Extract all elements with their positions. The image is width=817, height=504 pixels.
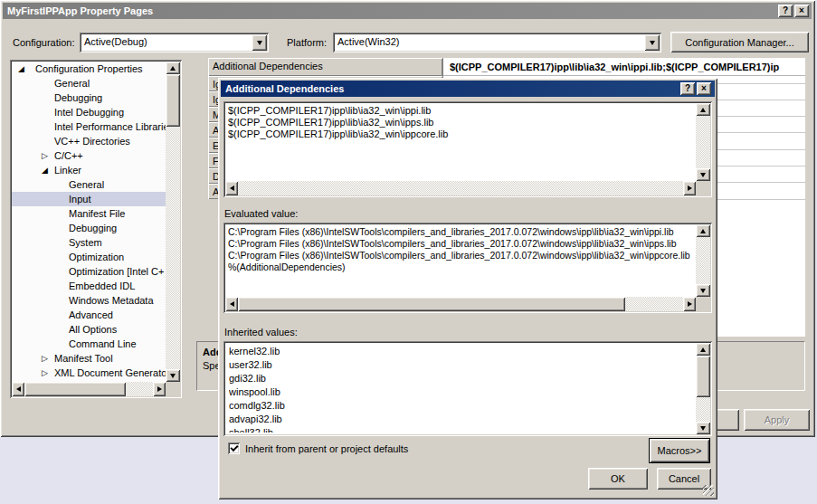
tree-item-configuration-properties[interactable]: ◢Configuration Properties — [12, 62, 166, 76]
inherited-values-list[interactable]: kernel32.lib user32.lib gdi32.lib winspo… — [223, 341, 712, 436]
close-icon[interactable]: × — [697, 82, 711, 95]
dialog-title: Additional Dependencies — [225, 83, 680, 94]
evaluated-vertical-scrollbar[interactable] — [696, 224, 710, 297]
property-value-additional-dependencies[interactable]: $(ICPP_COMPILER17)ipp\lib\ia32_win\ippi.… — [443, 58, 805, 76]
tree-item-debugging[interactable]: Debugging — [12, 90, 166, 105]
tree-collapsed-icon[interactable]: ▷ — [42, 351, 48, 366]
chevron-down-icon[interactable] — [252, 34, 267, 51]
tree-expanded-icon[interactable]: ◢ — [18, 62, 24, 76]
tree-item-linker-debugging[interactable]: Debugging — [12, 221, 166, 235]
inherited-vertical-scrollbar[interactable] — [696, 343, 710, 434]
help-icon[interactable]: ? — [778, 5, 793, 17]
apply-button[interactable]: Apply — [744, 409, 810, 431]
tree-item-command-line[interactable]: Command Line — [12, 337, 166, 351]
list-item[interactable]: winspool.lib — [229, 385, 694, 399]
scroll-up-icon[interactable] — [166, 62, 180, 74]
scroll-right-icon[interactable] — [153, 382, 166, 396]
list-item[interactable]: shell32.lib — [229, 426, 694, 433]
scroll-left-icon[interactable] — [12, 382, 24, 396]
evaluated-value-box[interactable]: C:\Program Files (x86)\IntelSWTools\comp… — [223, 223, 712, 313]
scroll-down-icon[interactable] — [166, 369, 180, 382]
scrollbar-thumb[interactable] — [166, 74, 180, 127]
inherit-defaults-label: Inherit from parent or project defaults — [245, 443, 408, 454]
tree-item-general[interactable]: General — [12, 76, 166, 90]
platform-label: Platform: — [287, 37, 327, 48]
tree-item-embedded-idl[interactable]: Embedded IDL — [12, 279, 166, 293]
scrollbar-corner — [696, 181, 710, 195]
dependencies-edit-text[interactable]: $(ICPP_COMPILER17)ipp\lib\ia32_win\ippi.… — [228, 105, 694, 179]
tree-item-manifest-file[interactable]: Manifest File — [12, 206, 166, 221]
tree-vertical-scrollbar[interactable] — [166, 62, 180, 382]
main-titlebar[interactable]: MyFirstIPPApp Property Pages ? × — [3, 3, 812, 19]
scrollbar-thumb[interactable] — [24, 382, 126, 396]
tree-item-linker-general[interactable]: General — [12, 177, 166, 192]
scrollbar-thumb[interactable] — [238, 297, 625, 311]
tree-item-linker-input[interactable]: Input — [12, 192, 166, 206]
platform-select[interactable]: Active(Win32) — [333, 33, 661, 52]
property-name-additional-dependencies[interactable]: Additional Dependencies — [208, 58, 442, 76]
inherited-values-items: kernel32.lib user32.lib gdi32.lib winspo… — [229, 345, 694, 433]
help-icon[interactable]: ? — [680, 82, 695, 95]
scroll-left-icon[interactable] — [225, 181, 238, 195]
window-title: MyFirstIPPApp Property Pages — [7, 5, 778, 16]
tree-item-intel-debugging[interactable]: Intel Debugging — [12, 105, 166, 119]
dependencies-edit[interactable]: $(ICPP_COMPILER17)ipp\lib\ia32_win\ippi.… — [223, 101, 712, 197]
additional-dependencies-dialog: Additional Dependencies ? × $(ICPP_COMPI… — [218, 78, 717, 499]
chevron-down-icon[interactable] — [644, 34, 660, 51]
tree-item-system[interactable]: System — [12, 235, 166, 250]
scroll-down-icon[interactable] — [696, 284, 710, 297]
configuration-value: Active(Debug) — [84, 36, 147, 47]
config-tree: ◢Configuration Properties General Debugg… — [10, 60, 182, 398]
scroll-left-icon[interactable] — [225, 297, 238, 311]
evaluated-value-text: C:\Program Files (x86)\IntelSWTools\comp… — [228, 226, 694, 295]
tree-item-optimization-intel[interactable]: Optimization [Intel C+ — [12, 264, 166, 279]
screen: MyFirstIPPApp Property Pages ? × Configu… — [0, 0, 817, 504]
close-icon[interactable]: × — [794, 5, 809, 17]
tree-collapsed-icon[interactable]: ▷ — [42, 148, 48, 163]
list-item[interactable]: kernel32.lib — [229, 345, 694, 358]
scrollbar-thumb[interactable] — [696, 356, 710, 397]
scroll-right-icon[interactable] — [683, 181, 696, 195]
tree-item-intel-performance-libraries[interactable]: Intel Performance Librarie — [12, 119, 166, 134]
tree-item-windows-metadata[interactable]: Windows Metadata — [12, 293, 166, 308]
scroll-down-icon[interactable] — [696, 422, 710, 434]
macros-button[interactable]: Macros>> — [650, 439, 709, 462]
scroll-up-icon[interactable] — [696, 343, 710, 356]
scroll-right-icon[interactable] — [683, 297, 696, 311]
tree-horizontal-scrollbar[interactable] — [12, 382, 166, 396]
dialog-titlebar[interactable]: Additional Dependencies ? × — [221, 81, 715, 97]
inherit-defaults-checkbox[interactable] — [228, 442, 240, 454]
list-item[interactable]: gdi32.lib — [229, 372, 694, 385]
tree-item-xml-document-generator[interactable]: ▷XML Document Generator — [12, 366, 166, 380]
tree-item-linker[interactable]: ◢Linker — [12, 163, 166, 177]
resize-grip-icon[interactable] — [703, 485, 714, 496]
tree-item-manifest-tool[interactable]: ▷Manifest Tool — [12, 351, 166, 366]
platform-value: Active(Win32) — [337, 36, 399, 47]
list-item[interactable]: comdlg32.lib — [229, 399, 694, 413]
edit-horizontal-scrollbar[interactable] — [225, 181, 696, 195]
tree-collapsed-icon[interactable]: ▷ — [42, 366, 48, 380]
tree-item-optimization[interactable]: Optimization — [12, 250, 166, 264]
tree-expanded-icon[interactable]: ◢ — [42, 163, 48, 177]
scroll-down-icon[interactable] — [696, 168, 710, 181]
tree-item-advanced[interactable]: Advanced — [12, 308, 166, 322]
configuration-select[interactable]: Active(Debug) — [80, 33, 269, 52]
scrollbar-corner — [166, 382, 180, 396]
list-item[interactable]: advapi32.lib — [229, 413, 694, 426]
edit-vertical-scrollbar[interactable] — [696, 103, 710, 181]
configuration-label: Configuration: — [13, 37, 75, 48]
tree-viewport: ◢Configuration Properties General Debugg… — [12, 62, 166, 382]
evaluated-horizontal-scrollbar[interactable] — [225, 297, 696, 311]
tree-item-c-cpp[interactable]: ▷C/C++ — [12, 148, 166, 163]
scroll-up-icon[interactable] — [696, 224, 710, 237]
inherited-values-label: Inherited values: — [224, 327, 298, 338]
configuration-manager-button[interactable]: Configuration Manager... — [670, 32, 809, 52]
scroll-up-icon[interactable] — [696, 103, 710, 116]
tree-item-all-options[interactable]: All Options — [12, 322, 166, 337]
tree-item-vc-directories[interactable]: VC++ Directories — [12, 134, 166, 148]
evaluated-value-label: Evaluated value: — [224, 208, 298, 219]
ok-button[interactable]: OK — [588, 468, 648, 490]
scrollbar-corner — [696, 297, 710, 311]
list-item[interactable]: user32.lib — [229, 358, 694, 372]
